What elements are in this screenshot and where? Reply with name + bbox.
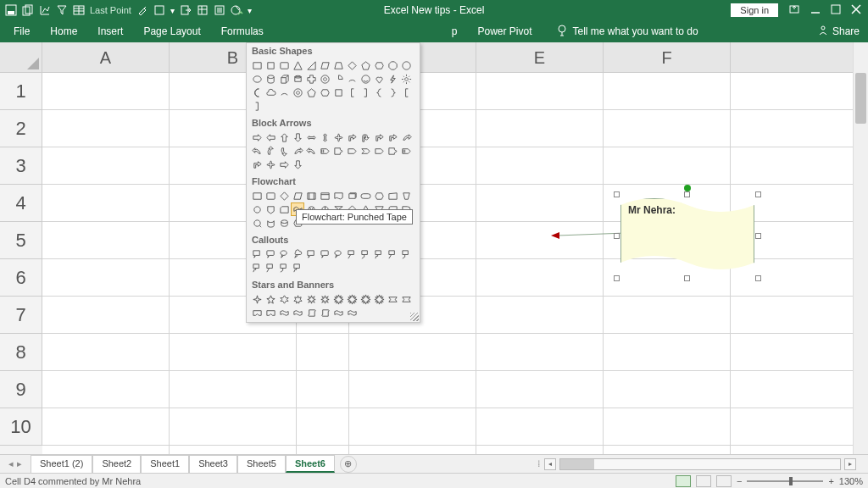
shape-arCurL[interactable] bbox=[250, 144, 264, 158]
shape-arBent[interactable] bbox=[372, 130, 386, 144]
spreadsheet-icon[interactable] bbox=[197, 4, 209, 16]
filter-icon[interactable] bbox=[56, 4, 68, 16]
shape-heart[interactable] bbox=[372, 72, 386, 86]
tellme-input[interactable]: Tell me what you want to do bbox=[573, 25, 698, 37]
shape-fcPred[interactable] bbox=[304, 189, 318, 202]
row-header[interactable]: 10 bbox=[0, 408, 42, 446]
resize-handle[interactable] bbox=[684, 191, 690, 197]
row-header[interactable]: 5 bbox=[0, 222, 42, 259]
tab-partial[interactable]: p bbox=[452, 22, 468, 41]
shape-cloud[interactable] bbox=[264, 86, 277, 99]
shape-fcManOp[interactable] bbox=[399, 189, 413, 202]
shape-scroll[interactable] bbox=[304, 306, 318, 319]
shape-star8[interactable] bbox=[318, 292, 331, 306]
shape-star6[interactable] bbox=[277, 292, 291, 306]
col-header-e[interactable]: E bbox=[476, 42, 604, 72]
shape-roundrect[interactable] bbox=[277, 58, 291, 72]
resize-handle[interactable] bbox=[755, 233, 761, 239]
row-header[interactable]: 1 bbox=[0, 73, 42, 110]
shape-arUD[interactable] bbox=[318, 130, 331, 144]
shape-fcOff[interactable] bbox=[264, 202, 277, 216]
view-page-break-button[interactable] bbox=[716, 475, 732, 487]
shape-fcMan[interactable] bbox=[386, 189, 399, 202]
shape-rbrk[interactable] bbox=[250, 99, 264, 113]
shape-can[interactable] bbox=[291, 72, 304, 86]
shape-arPent[interactable] bbox=[372, 144, 386, 158]
tab-insert[interactable]: Insert bbox=[87, 22, 133, 41]
shape-moon[interactable] bbox=[250, 86, 264, 99]
shape-burst[interactable] bbox=[331, 292, 345, 306]
col-header-f[interactable]: F bbox=[604, 42, 731, 72]
shape-smile[interactable] bbox=[359, 72, 372, 86]
shape-fcDoc[interactable] bbox=[331, 189, 345, 202]
sheet-tab[interactable]: Sheet1 bbox=[141, 455, 189, 473]
shape-burst[interactable] bbox=[372, 292, 386, 306]
shape-ribbon[interactable] bbox=[250, 306, 264, 319]
form-icon[interactable] bbox=[214, 4, 225, 16]
zoom-level[interactable]: 130% bbox=[839, 476, 863, 486]
close-icon[interactable] bbox=[851, 4, 861, 16]
shape-coRect[interactable] bbox=[304, 247, 318, 261]
tab-nav-next-icon[interactable]: ▸ bbox=[17, 458, 22, 469]
shape-coLine3[interactable] bbox=[372, 247, 386, 261]
shape-coLine3[interactable] bbox=[291, 261, 304, 274]
row-header[interactable]: 4 bbox=[0, 185, 42, 222]
shape-arBent[interactable] bbox=[386, 130, 399, 144]
shape-fcConn[interactable] bbox=[250, 202, 264, 216]
shape-fcSeq[interactable] bbox=[250, 216, 264, 230]
shape-coRect[interactable] bbox=[250, 247, 264, 261]
shape-donut[interactable] bbox=[318, 72, 331, 86]
shape-coLine1[interactable] bbox=[264, 261, 277, 274]
shape-star8[interactable] bbox=[304, 292, 318, 306]
sheet-tab[interactable]: Sheet2 bbox=[92, 455, 141, 473]
zoom-out-button[interactable]: − bbox=[737, 476, 742, 486]
shape-star4[interactable] bbox=[250, 292, 264, 306]
shape-fcDec[interactable] bbox=[277, 189, 291, 202]
shape-hex[interactable] bbox=[318, 86, 331, 99]
shape-coCloud[interactable] bbox=[291, 247, 304, 261]
shape-arPent[interactable] bbox=[345, 144, 359, 158]
shape-circle[interactable] bbox=[399, 58, 413, 72]
graph-icon[interactable] bbox=[39, 4, 51, 16]
shape-coLine2[interactable] bbox=[359, 247, 372, 261]
row-header[interactable]: 2 bbox=[0, 110, 42, 147]
shape-arL[interactable] bbox=[264, 130, 277, 144]
tab-formulas[interactable]: Formulas bbox=[211, 22, 274, 41]
tab-home[interactable]: Home bbox=[40, 22, 87, 41]
shape-burst[interactable] bbox=[345, 292, 359, 306]
shape-fcProc[interactable] bbox=[250, 189, 264, 202]
resize-handle[interactable] bbox=[614, 275, 620, 281]
shape-bolt[interactable] bbox=[386, 72, 399, 86]
shape-rbrk[interactable] bbox=[359, 86, 372, 99]
shape-arc[interactable] bbox=[277, 86, 291, 99]
resize-handle[interactable] bbox=[614, 233, 620, 239]
shape-oval[interactable] bbox=[250, 72, 264, 86]
shape-cross[interactable] bbox=[304, 72, 318, 86]
table-icon[interactable] bbox=[73, 4, 85, 16]
shape-arCurR[interactable] bbox=[399, 130, 413, 144]
shape-wave[interactable] bbox=[345, 306, 359, 319]
tab-page-layout[interactable]: Page Layout bbox=[133, 22, 210, 41]
new-sheet-button[interactable]: ⊕ bbox=[340, 456, 357, 473]
tab-power-pivot[interactable]: Power Pivot bbox=[467, 22, 542, 41]
shape-fcInt[interactable] bbox=[318, 189, 331, 202]
copy-icon[interactable] bbox=[22, 4, 34, 16]
vertical-scrollbar[interactable] bbox=[853, 42, 868, 454]
shape-arChev[interactable] bbox=[359, 144, 372, 158]
shape-rbr[interactable] bbox=[386, 86, 399, 99]
shape-cyl[interactable] bbox=[264, 72, 277, 86]
shape-coLine3[interactable] bbox=[250, 261, 264, 274]
tab-file[interactable]: File bbox=[3, 22, 40, 41]
shape-arBent[interactable] bbox=[250, 158, 264, 171]
shape-arc[interactable] bbox=[345, 72, 359, 86]
shape-arUturn[interactable] bbox=[359, 130, 372, 144]
row-header[interactable]: 6 bbox=[0, 259, 42, 297]
last-point-label[interactable]: Last Point bbox=[90, 5, 131, 15]
shape-scroll[interactable] bbox=[318, 306, 331, 319]
shape-ribbonD[interactable] bbox=[386, 292, 399, 306]
horizontal-scrollbar[interactable]: ⁞ ◂ ▸ bbox=[537, 458, 868, 470]
shape-pent[interactable] bbox=[304, 86, 318, 99]
row-header[interactable]: 9 bbox=[0, 371, 42, 408]
tab-nav-prev-icon[interactable]: ◂ bbox=[8, 458, 14, 469]
shape-arCurD[interactable] bbox=[277, 144, 291, 158]
